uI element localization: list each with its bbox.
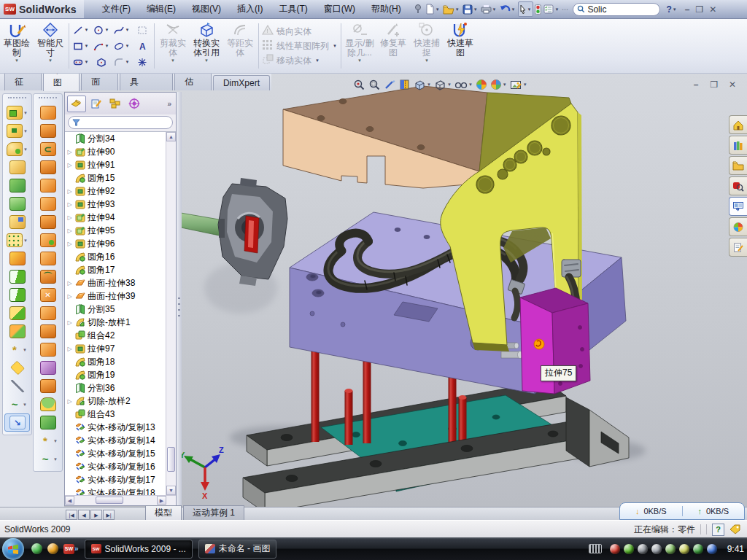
edit-appearance-caret-icon[interactable]: ▼ xyxy=(523,82,527,87)
propertymanager-tab[interactable] xyxy=(88,96,105,112)
sketch-fillet-button[interactable]: ▼ xyxy=(112,54,132,70)
tree-item[interactable]: 实体-移动/复制13 xyxy=(65,421,166,434)
tree-item[interactable]: 圆角19 xyxy=(65,368,166,381)
slot-button[interactable]: ▼ xyxy=(71,54,91,70)
solidworks-resources-tab[interactable] xyxy=(729,115,747,134)
realview-caret-icon[interactable]: ▼ xyxy=(503,82,507,87)
tab-DimXpert[interactable]: DimXpert xyxy=(213,75,270,90)
instant3d-button[interactable]: ↘ xyxy=(4,413,30,432)
untrim-surface-button[interactable] xyxy=(34,322,62,341)
arc-caret-icon[interactable]: ▼ xyxy=(105,44,109,48)
usb-device-tray-icon[interactable] xyxy=(665,544,676,554)
rib-button[interactable] xyxy=(3,195,31,213)
help-caret-icon[interactable]: ▼ xyxy=(673,7,677,12)
sync-tray-icon[interactable] xyxy=(707,544,717,554)
thicken-button[interactable] xyxy=(34,249,62,268)
security-alert-tray-icon[interactable] xyxy=(610,544,620,554)
select-button[interactable]: ▼ xyxy=(518,1,534,17)
print-caret-icon[interactable]: ▼ xyxy=(492,7,497,12)
open-caret-icon[interactable]: ▼ xyxy=(455,7,460,12)
tree-expander-icon[interactable]: ▷ xyxy=(66,149,73,155)
circle-caret-icon[interactable]: ▼ xyxy=(105,28,109,32)
tree-expander-icon[interactable]: ▷ xyxy=(66,201,73,208)
tree-item[interactable]: ▷曲面-拉伸38 xyxy=(65,276,166,289)
view-orientation-caret-icon[interactable]: ▼ xyxy=(447,82,452,87)
linear-pattern-button[interactable]: ▼ xyxy=(3,231,31,249)
model-top-plate[interactable] xyxy=(283,86,487,188)
view-wand-button[interactable] xyxy=(384,79,396,90)
delete-face-button[interactable]: ✕ xyxy=(34,286,62,304)
tree-item[interactable]: ▷拉伸91 xyxy=(65,158,166,171)
extruded-cut-button[interactable]: ▼ xyxy=(3,122,31,140)
tree-expander-icon[interactable]: ▷ xyxy=(66,241,73,247)
menu-文件(F)[interactable]: 文件(F) xyxy=(94,1,139,18)
mid-surface-button[interactable] xyxy=(34,413,62,432)
apply-scene-button[interactable] xyxy=(476,79,487,90)
tree-expander-icon[interactable]: ▷ xyxy=(66,162,73,168)
scroll-up-arrow[interactable]: ▲ xyxy=(166,132,176,141)
search-input[interactable]: Solic xyxy=(573,3,660,16)
tree-item[interactable]: 分割34 xyxy=(65,132,166,145)
ellipse-button[interactable]: ▼ xyxy=(112,38,132,54)
tree-item[interactable]: ▷拉伸94 xyxy=(65,211,166,224)
tree-item[interactable]: ▷拉伸96 xyxy=(65,237,166,250)
display-style-caret-icon[interactable]: ▼ xyxy=(427,82,431,87)
reference-point-button[interactable]: *▼ xyxy=(3,341,31,359)
tree-item[interactable]: ▷拉伸90 xyxy=(65,145,166,158)
appearances-tab[interactable] xyxy=(729,217,747,236)
curve-button[interactable]: ~▼ xyxy=(3,395,31,413)
model-tab-nav-first[interactable]: |◀ xyxy=(66,510,77,520)
pin-button[interactable] xyxy=(412,2,424,16)
reference-axis-button[interactable] xyxy=(3,377,31,395)
tree-item[interactable]: ▷拉伸97 xyxy=(65,342,166,355)
display-delete-relations-button[interactable]: 显示/删 除几...▼ xyxy=(343,19,376,69)
section-view-button[interactable] xyxy=(399,79,411,90)
offset-surface-button[interactable] xyxy=(34,195,62,213)
tree-item[interactable]: ▷切除-放样2 xyxy=(65,394,166,408)
tree-item[interactable]: 实体-移动/复制18 xyxy=(65,486,166,495)
tag-icon[interactable] xyxy=(729,524,741,534)
menu-帮助(H)[interactable]: 帮助(H) xyxy=(363,1,409,18)
model-tab-nav-prev[interactable]: ◀ xyxy=(78,510,90,520)
defender-tray-icon[interactable] xyxy=(693,544,703,554)
scroll-thumb[interactable] xyxy=(167,447,175,472)
options-button[interactable]: ▼ xyxy=(543,2,560,16)
hide-show-items-caret-icon[interactable]: ▼ xyxy=(468,82,473,87)
boundary-surface-button[interactable] xyxy=(34,158,62,176)
print-button[interactable]: ▼ xyxy=(480,2,498,16)
realview-button[interactable]: ▼ xyxy=(490,79,507,90)
tree-item[interactable]: ▷拉伸95 xyxy=(65,224,166,237)
quick-snaps-button[interactable]: 快速捕 捉▼ xyxy=(410,19,444,69)
offset-entities-button[interactable]: 等距实 体 xyxy=(223,19,257,69)
menu-窗口(W)[interactable]: 窗口(W) xyxy=(316,1,363,18)
tree-expander-icon[interactable]: ▷ xyxy=(66,293,73,300)
knit-surface-button[interactable] xyxy=(34,231,62,249)
window-minimize-button[interactable]: – xyxy=(685,4,690,15)
options-caret-icon[interactable]: ▼ xyxy=(554,7,559,12)
solidworks-quick-icon[interactable]: SW xyxy=(63,544,74,554)
tree-item[interactable]: 实体-移动/复制15 xyxy=(65,447,166,460)
curve-2-button[interactable]: ~▼ xyxy=(34,450,62,468)
taskbar-button-solidworks[interactable]: SWSolidWorks 2009 - ... xyxy=(85,540,193,559)
flex-button[interactable]: ⌒ xyxy=(34,268,62,286)
tree-item[interactable]: 分割36 xyxy=(65,381,166,394)
file-explorer-tab[interactable] xyxy=(729,156,747,175)
sketch-button[interactable]: 草图绘 制▼ xyxy=(0,19,34,69)
ellipse-caret-icon[interactable]: ▼ xyxy=(125,44,130,48)
split-button[interactable] xyxy=(3,268,31,286)
text-button[interactable]: A xyxy=(132,38,152,54)
menu-插入(I)[interactable]: 插入(I) xyxy=(229,1,271,18)
tree-expander-icon[interactable]: ▷ xyxy=(66,398,73,405)
fillet-button[interactable]: ▼ xyxy=(3,140,31,158)
tree-expander-icon[interactable]: ▷ xyxy=(66,319,73,326)
lofted-surface-button[interactable] xyxy=(34,176,62,195)
menu-工具(T)[interactable]: 工具(T) xyxy=(271,1,315,18)
spline-caret-icon[interactable]: ▼ xyxy=(125,28,130,32)
tree-expander-icon[interactable]: ▷ xyxy=(66,346,73,352)
select-caret-icon[interactable]: ▼ xyxy=(527,7,532,12)
extruded-surface-button[interactable]: ⊂ xyxy=(34,140,62,158)
undo-button[interactable]: ▼ xyxy=(499,2,517,16)
save-button[interactable]: ▼ xyxy=(462,2,479,16)
design-library-tab[interactable] xyxy=(729,136,747,155)
save-caret-icon[interactable]: ▼ xyxy=(473,7,478,12)
